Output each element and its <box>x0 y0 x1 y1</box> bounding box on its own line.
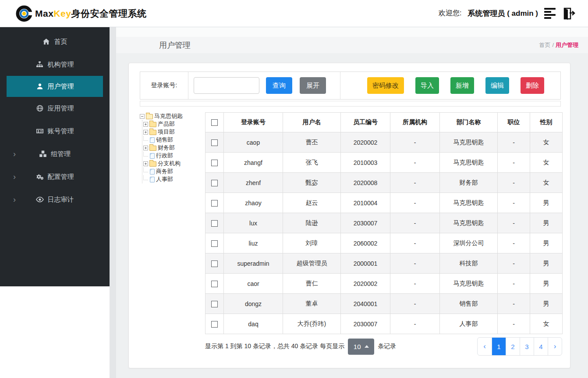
sidebar-item-配置管理[interactable]: ›配置管理 <box>0 165 110 188</box>
column-header[interactable]: 登录账号 <box>224 113 283 132</box>
column-header[interactable]: 性别 <box>530 113 563 132</box>
page-title: 用户管理 <box>159 40 191 50</box>
sidebar-item-组管理[interactable]: ›组管理 <box>0 143 110 165</box>
action-button-导入[interactable]: 导入 <box>415 77 439 94</box>
page-title-bar: 用户管理 首页/用户管理 <box>116 37 588 53</box>
sidebar-gutter <box>110 27 116 378</box>
query-button[interactable]: 查询 <box>266 77 292 94</box>
tree-root-node[interactable]: 马克思钥匙 <box>140 112 205 120</box>
table-row[interactable]: dongz董卓2040001-销售部-男 <box>205 294 563 314</box>
collapse-icon[interactable] <box>140 114 145 119</box>
action-button-删除[interactable]: 删除 <box>521 77 544 94</box>
table-cell: 男 <box>530 233 563 253</box>
row-checkbox[interactable] <box>211 281 218 287</box>
expand-icon[interactable] <box>143 130 148 135</box>
table-cell: - <box>498 233 530 253</box>
search-toolbar: 登录账号: 查询 展开 密码修改导入新增编辑删除 <box>140 71 561 100</box>
table-cell: 刘璋 <box>283 233 341 253</box>
table-cell: daq <box>224 314 283 334</box>
tree-node-人事部[interactable]: 人事部 <box>143 175 205 183</box>
table-cell: 男 <box>530 253 563 274</box>
tree-connector <box>143 152 148 157</box>
table-row[interactable]: lux陆逊2030007-马克思钥匙-男 <box>205 213 563 233</box>
table-cell: 2000001 <box>341 253 390 274</box>
expand-icon[interactable] <box>143 161 148 166</box>
row-checkbox[interactable] <box>211 160 218 166</box>
table-cell: - <box>498 153 530 173</box>
login-account-input[interactable] <box>194 77 259 94</box>
column-header[interactable]: 所属机构 <box>390 113 440 132</box>
select-all-checkbox[interactable] <box>211 119 218 126</box>
content-card: 登录账号: 查询 展开 密码修改导入新增编辑删除 马克思钥匙 产品部项目部销售部… <box>128 63 570 368</box>
table-row[interactable]: caop曹丕2020002-马克思钥匙-女 <box>205 132 563 153</box>
tree-node-项目部[interactable]: 项目部 <box>143 128 205 136</box>
tree-node-商务部[interactable]: 商务部 <box>143 168 205 175</box>
row-checkbox[interactable] <box>211 321 218 328</box>
tree-node-label: 行政部 <box>156 152 173 160</box>
table-cell: 马克思钥匙 <box>440 132 498 153</box>
table-cell: 马克思钥匙 <box>440 213 498 233</box>
pagination-page-4[interactable]: 4 <box>534 338 548 355</box>
tree-node-分支机构[interactable]: 分支机构 <box>143 160 205 168</box>
expand-icon[interactable] <box>143 122 148 127</box>
tree-node-行政部[interactable]: 行政部 <box>143 152 205 160</box>
tree-node-产品部[interactable]: 产品部 <box>143 120 205 128</box>
pagination-page-1[interactable]: 1 <box>492 338 506 355</box>
globe-icon <box>36 105 44 112</box>
folder-icon <box>149 161 156 167</box>
row-checkbox[interactable] <box>211 240 218 247</box>
column-header[interactable]: 用户名 <box>283 113 341 132</box>
table-cell: 2020002 <box>341 132 390 153</box>
row-checkbox[interactable] <box>211 139 218 146</box>
column-header[interactable]: 员工编号 <box>341 113 390 132</box>
row-checkbox[interactable] <box>211 260 218 267</box>
column-header[interactable]: 职位 <box>498 113 530 132</box>
pagination-prev[interactable]: ‹ <box>478 338 492 355</box>
table-row[interactable]: zhaoy赵云2010004-马克思钥匙-男 <box>205 193 563 213</box>
table-row[interactable]: zhangf张飞2010003-马克思钥匙-女 <box>205 153 563 173</box>
table-cell: - <box>498 274 530 294</box>
tree-node-销售部[interactable]: 销售部 <box>143 136 205 144</box>
table-row[interactable]: liuz刘璋2060002-深圳分公司-男 <box>205 233 563 253</box>
row-checkbox[interactable] <box>211 301 218 307</box>
pagination-page-2[interactable]: 2 <box>506 338 520 355</box>
table-cell: 男 <box>530 213 563 233</box>
page-size-dropdown[interactable]: 10 <box>348 339 374 355</box>
expand-icon[interactable] <box>143 146 148 150</box>
expand-button[interactable]: 展开 <box>300 77 326 94</box>
table-row[interactable]: superadmin超级管理员2000001-科技部-男 <box>205 253 563 274</box>
tree-node-财务部[interactable]: 财务部 <box>143 144 205 152</box>
action-button-密码修改[interactable]: 密码修改 <box>367 77 404 94</box>
row-checkbox[interactable] <box>211 200 218 207</box>
breadcrumb-home[interactable]: 首页 <box>539 42 550 48</box>
table-row[interactable]: caor曹仁2020002-马克思钥匙-男 <box>205 274 563 294</box>
pagination-page-3[interactable]: 3 <box>520 338 534 355</box>
table-cell: 女 <box>530 132 563 153</box>
folder-icon <box>149 146 156 151</box>
pagination-next[interactable]: › <box>548 338 562 355</box>
sidebar-item-日志审计[interactable]: ›日志审计 <box>0 188 110 211</box>
table-cell: 2020008 <box>341 173 390 193</box>
row-checkbox[interactable] <box>211 180 218 186</box>
table-row[interactable]: zhenf甄宓2020008-财务部-女 <box>205 173 563 193</box>
action-button-编辑[interactable]: 编辑 <box>485 77 509 94</box>
table-cell: - <box>498 213 530 233</box>
gears-icon <box>36 173 44 180</box>
logout-icon[interactable] <box>562 7 576 21</box>
table-row[interactable]: daq大乔(乔玮)2030007-人事部-女 <box>205 314 563 334</box>
action-button-新增[interactable]: 新增 <box>450 77 474 94</box>
file-icon <box>150 169 155 175</box>
column-header[interactable]: 部门名称 <box>440 113 498 132</box>
menu-list-icon[interactable] <box>544 8 556 19</box>
sidebar-item-label: 应用管理 <box>48 104 74 113</box>
sidebar-item-用户管理[interactable]: ›用户管理 <box>7 76 103 97</box>
sidebar-item-账号管理[interactable]: ›账号管理 <box>0 120 110 143</box>
sidebar-item-首页[interactable]: ›首页 <box>0 30 110 53</box>
tree-node-label: 财务部 <box>158 144 175 152</box>
sidebar-item-机构管理[interactable]: ›机构管理 <box>0 53 110 76</box>
table-cell: 科技部 <box>440 253 498 274</box>
sidebar-item-应用管理[interactable]: ›应用管理 <box>0 97 110 120</box>
table-cell: - <box>390 193 440 213</box>
tree-node-label: 销售部 <box>156 136 173 144</box>
row-checkbox[interactable] <box>211 220 218 227</box>
